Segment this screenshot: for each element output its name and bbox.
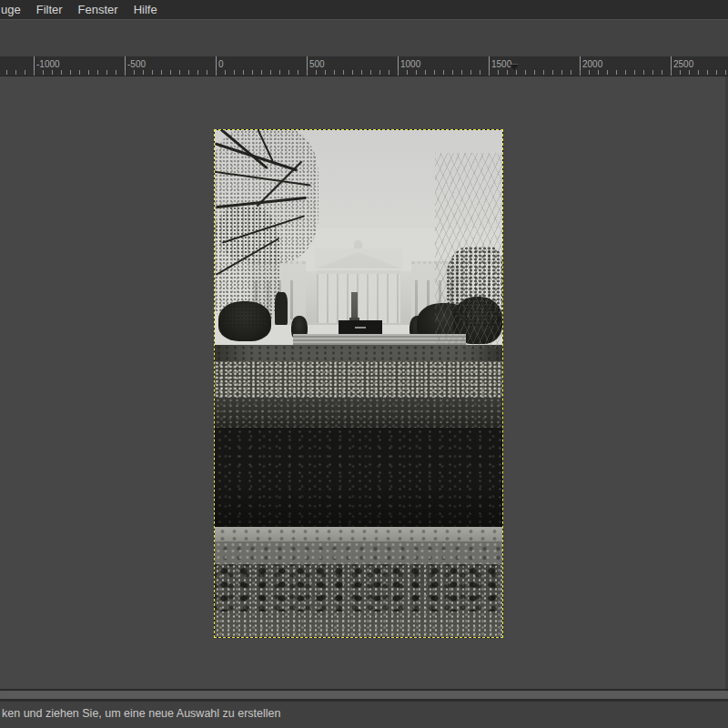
- photo-frosted-hedge-top: [215, 361, 502, 399]
- menu-item-uge[interactable]: uge: [1, 0, 21, 19]
- ruler-minor-ticks: [0, 70, 728, 75]
- menubar: ugeFilterFensterHilfe: [0, 0, 728, 19]
- photo-curb-top: [215, 527, 502, 542]
- status-message: ken und ziehen Sie, um eine neue Auswahl…: [2, 702, 280, 726]
- statusbar: ken und ziehen Sie, um eine neue Auswahl…: [0, 700, 728, 728]
- image-canvas[interactable]: [0, 76, 728, 689]
- gimp-window: ugeFilterFensterHilfe -1000-500050010001…: [0, 0, 728, 728]
- menu-item-hilfe[interactable]: Hilfe: [134, 0, 157, 19]
- horizontal-scrollbar[interactable]: [0, 689, 728, 700]
- photo-left-tree: [215, 130, 326, 347]
- horizontal-ruler[interactable]: -1000-50005001000150020002500: [0, 56, 728, 76]
- horizontal-scrollbar-thumb[interactable]: [0, 691, 728, 699]
- ruler-tick-label: 500: [309, 59, 325, 69]
- ruler-tick-label: 2500: [673, 59, 693, 69]
- photo-image: [215, 130, 502, 637]
- ruler-position-marker-icon: [510, 65, 519, 70]
- photo-right-tree-clump: [446, 247, 502, 327]
- ruler-tick-label: -1000: [36, 59, 60, 69]
- ruler-tick-label: 0: [218, 59, 224, 69]
- photo-gravel-ground: [215, 564, 502, 637]
- ruler-tick-label: 1000: [400, 59, 420, 69]
- ruler-tick-label: -500: [127, 59, 146, 69]
- photo-curb-lower: [215, 541, 502, 565]
- ruler-tick-label: 1500: [491, 59, 511, 69]
- photo-hedge-dark: [215, 428, 502, 529]
- toolband: [0, 19, 728, 56]
- selection-region[interactable]: [215, 130, 502, 637]
- memorial-inscription: [355, 327, 366, 329]
- photo-hedge-middle: [215, 398, 502, 430]
- menubar-items: ugeFilterFensterHilfe: [0, 0, 173, 19]
- ruler-tick-label: 2000: [582, 59, 602, 69]
- menu-item-fenster[interactable]: Fenster: [78, 0, 118, 19]
- menu-item-filter[interactable]: Filter: [36, 0, 63, 19]
